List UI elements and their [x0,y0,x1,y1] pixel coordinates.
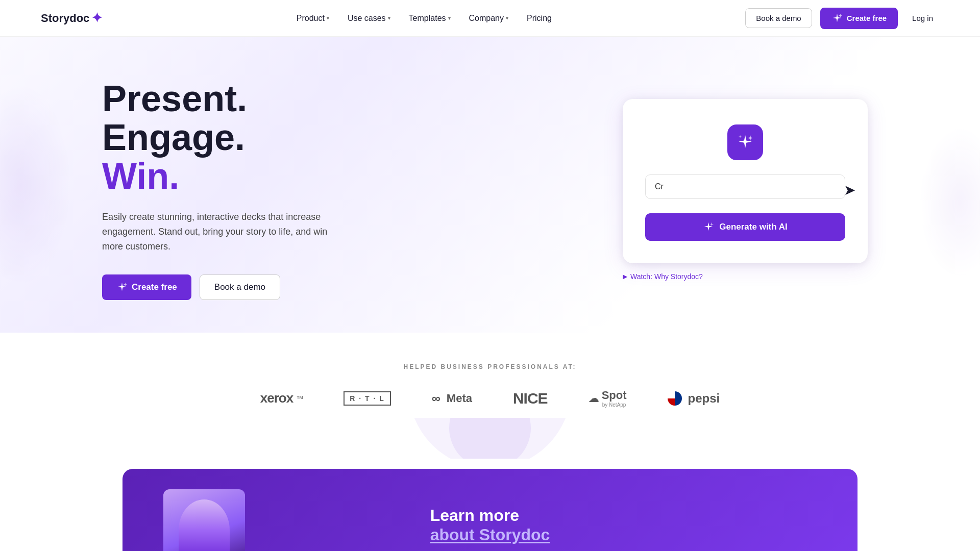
nav-link-templates[interactable]: Templates ▾ [402,10,458,27]
video-title-highlight: about Storydoc [430,525,550,544]
hero-subtitle: Easily create stunning, interactive deck… [102,210,347,254]
play-icon: ▶ [623,273,627,280]
ai-prompt-input[interactable] [645,174,845,199]
video-banner-text: Learn more about Storydoc [430,506,550,545]
client-logo-pepsi: pepsi [668,391,720,406]
sparkle-btn-icon [703,221,714,233]
navbar: Storydoc✦ Product ▾ Use cases ▾ Template… [0,0,980,37]
chevron-down-icon: ▾ [388,15,390,21]
ai-widget: ➤ Generate with AI [623,99,868,263]
clients-label: HELPED BUSINESS PROFESSIONALS AT: [51,363,929,370]
nav-item-templates[interactable]: Templates ▾ [402,10,458,27]
client-logo-rtl: R · T · L [344,391,391,406]
nav-item-company[interactable]: Company ▾ [462,10,516,27]
nav-links: Product ▾ Use cases ▾ Templates ▾ Compan… [289,10,559,27]
decorative-blob-left [0,83,71,287]
decorative-circles [0,418,980,459]
meta-infinity-icon: ∞ [432,391,440,406]
nav-item-pricing[interactable]: Pricing [520,10,559,27]
client-logo-spot: ☁ Spot by NetApp [589,389,627,408]
clients-logos: xerox™ R · T · L ∞ Meta NICE ☁ Spot by N… [51,389,929,408]
client-logo-xerox: xerox™ [260,390,303,406]
watch-video-link[interactable]: ▶ Watch: Why Storydoc? [623,272,878,281]
hero-section: Present. Engage. Win. Easily create stun… [0,37,980,333]
chevron-down-icon: ▾ [506,15,508,21]
hero-title-line2: Win. [102,156,179,196]
hero-content-left: Present. Engage. Win. Easily create stun… [102,80,388,299]
book-demo-hero-button[interactable]: Book a demo [200,274,280,300]
pepsi-circle-icon [668,391,682,406]
create-free-hero-button[interactable]: Create free [102,274,191,300]
nav-link-usecases[interactable]: Use cases ▾ [340,10,398,27]
clients-section: HELPED BUSINESS PROFESSIONALS AT: xerox™… [0,333,980,428]
hero-title: Present. Engage. Win. [102,80,388,195]
login-button[interactable]: Log in [906,10,939,27]
person-silhouette [179,499,230,551]
ai-input-area: ➤ [645,174,845,199]
hero-title-line1: Present. Engage. [102,78,247,158]
chevron-down-icon: ▾ [327,15,329,21]
decorative-circle-small [449,418,531,459]
logo[interactable]: Storydoc✦ [41,10,103,26]
nav-item-usecases[interactable]: Use cases ▾ [340,10,398,27]
client-logo-nice: NICE [513,390,548,407]
video-title-plain: Learn more [430,506,519,524]
generate-with-ai-button[interactable]: Generate with AI [645,213,845,241]
logo-symbol: ✦ [91,10,103,26]
chevron-down-icon: ▾ [448,15,451,21]
book-demo-nav-button[interactable]: Book a demo [745,8,812,28]
video-thumbnail [163,489,245,551]
sparkle-icon [831,13,843,24]
create-free-nav-button[interactable]: Create free [820,8,898,29]
sparkle-icon [116,282,128,293]
hero-cta-group: Create free Book a demo [102,274,388,300]
hero-content-right: ➤ Generate with AI ▶ Watch: Why Storydoc… [623,99,878,281]
decorative-blob-right [919,126,980,279]
nav-actions: Book a demo Create free Log in [745,8,939,29]
cursor-arrow-icon: ➤ [844,182,855,198]
logo-text: Storydoc [41,12,89,25]
cloud-icon: ☁ [589,392,599,405]
video-banner[interactable]: Learn more about Storydoc [122,469,857,551]
ai-widget-icon [727,124,763,160]
nav-link-company[interactable]: Company ▾ [462,10,516,27]
nav-item-product[interactable]: Product ▾ [289,10,336,27]
nav-link-pricing[interactable]: Pricing [520,10,559,27]
client-logo-meta: ∞ Meta [432,391,472,406]
nav-link-product[interactable]: Product ▾ [289,10,336,27]
sparkle-large-icon [737,134,754,151]
